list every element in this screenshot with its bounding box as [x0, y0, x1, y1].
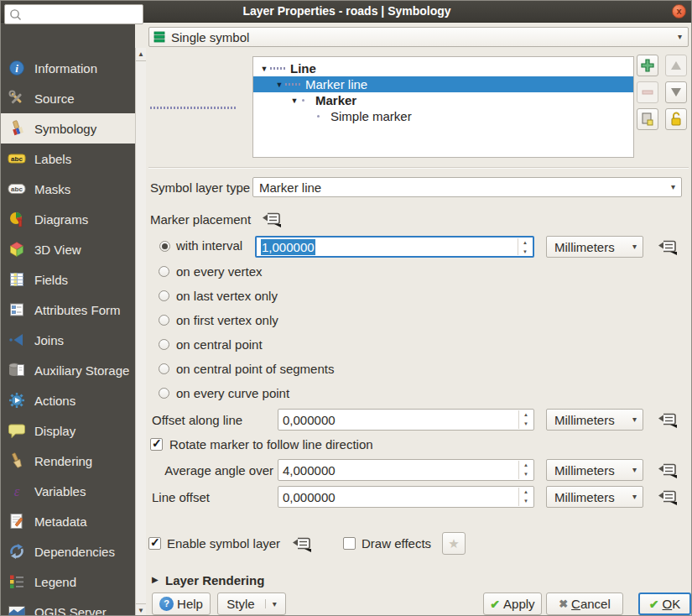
rotate-marker-label[interactable]: Rotate marker to follow line direction [169, 437, 373, 452]
sidebar-item-joins[interactable]: Joins [1, 325, 135, 355]
sidebar-item-qgis-server[interactable]: QGIS Server [1, 597, 135, 616]
sidebar-scrollbar[interactable]: ▲ ▼ [135, 48, 146, 616]
close-button[interactable]: x [672, 4, 686, 18]
sidebar-item-source[interactable]: Source [1, 83, 135, 113]
sidebar-item-actions[interactable]: Actions [1, 385, 135, 415]
sidebar-item-masks[interactable]: abcMasks [1, 174, 135, 204]
help-button[interactable]: ? Help [152, 593, 211, 615]
enable-data-defined-button[interactable] [291, 536, 313, 556]
radio-on-every-curve-point[interactable] [159, 388, 169, 399]
scrollbar-up-arrow-icon[interactable]: ▲ [136, 48, 146, 61]
spin-down-icon[interactable]: ▼ [519, 420, 533, 429]
search-input[interactable] [4, 4, 143, 24]
placement-option-label[interactable]: on central point [176, 337, 263, 352]
draw-effects-label[interactable]: Draw effects [362, 536, 431, 551]
expander-icon[interactable]: ▼ [258, 65, 270, 73]
symbol-tree-item-simple-marker[interactable]: Simple marker [253, 108, 633, 124]
sidebar-item-legend[interactable]: Legend [1, 566, 135, 597]
interval-data-defined-button[interactable] [657, 239, 679, 259]
ok-button[interactable]: ✔ OK [638, 593, 691, 615]
placement-option-label[interactable]: on central point of segments [176, 362, 334, 376]
sidebar-item-3d-view[interactable]: 3D View [1, 234, 135, 264]
sidebar-item-attributes-form[interactable]: Attributes Form [1, 295, 135, 325]
sidebar-item-symbology[interactable]: Symbology [1, 113, 135, 144]
sidebar-item-metadata[interactable]: Metadata [1, 506, 135, 536]
layer-rendering-header[interactable]: Layer Rendering [165, 573, 264, 587]
offset-data-defined-button[interactable] [657, 412, 679, 432]
draw-effects-checkbox[interactable] [343, 537, 356, 550]
add-symbol-layer-button[interactable] [637, 55, 658, 76]
move-up-button[interactable] [665, 55, 687, 76]
expander-icon[interactable]: ▼ [273, 81, 285, 89]
sidebar-item-rendering[interactable]: Rendering [1, 446, 135, 476]
spin-up-icon[interactable]: ▲ [519, 461, 533, 470]
line-offset-unit-combo[interactable]: Millimeters ▾ [546, 486, 643, 508]
offset-unit-combo[interactable]: Millimeters ▾ [546, 409, 643, 431]
line-offset-spinbox[interactable]: 0,000000 ▲ ▼ [278, 486, 534, 508]
line-offset-data-defined-button[interactable] [657, 489, 679, 509]
effects-options-button[interactable]: ★ [442, 532, 466, 555]
remove-symbol-layer-button[interactable] [637, 81, 658, 103]
sidebar-item-labels[interactable]: abcLabels [1, 144, 135, 174]
placement-option-label[interactable]: on every vertex [176, 264, 263, 279]
with-interval-label[interactable]: with interval [176, 238, 242, 253]
placement-option-label[interactable]: on every curve point [176, 386, 289, 400]
scrollbar-down-arrow-icon[interactable]: ▼ [136, 603, 146, 616]
sidebar-item-variables[interactable]: εVariables [1, 476, 135, 506]
radio-on-central-point[interactable] [159, 339, 169, 350]
enable-symbol-layer-checkbox[interactable] [148, 537, 161, 550]
sidebar-item-information[interactable]: iInformation [1, 53, 135, 83]
spin-down-icon[interactable]: ▼ [518, 248, 532, 257]
spin-down-icon[interactable]: ▼ [519, 497, 533, 506]
radio-on-last-vertex-only[interactable] [159, 290, 169, 301]
symbol-layer-type-label: Symbol layer type [150, 180, 250, 195]
average-angle-unit-combo[interactable]: Millimeters ▾ [546, 459, 643, 481]
symbol-tree-item-marker[interactable]: ▼Marker [253, 92, 633, 108]
spin-up-icon[interactable]: ▲ [518, 238, 532, 248]
radio-on-every-vertex[interactable] [159, 266, 169, 277]
radio-on-central-point-of-segments[interactable] [159, 363, 169, 374]
sidebar-item-fields[interactable]: Fields [1, 264, 135, 295]
sidebar-item-dependencies[interactable]: Dependencies [1, 536, 135, 566]
average-angle-data-defined-button[interactable] [657, 462, 679, 483]
style-button[interactable]: Style ▾ [217, 593, 286, 615]
sidebar-item-label: Legend [34, 575, 76, 589]
enable-symbol-layer-label[interactable]: Enable symbol layer [167, 536, 280, 551]
spin-up-icon[interactable]: ▲ [519, 410, 533, 420]
sidebar-item-label: 3D View [34, 243, 81, 257]
interval-spinbox[interactable]: 1,000000 ▲ ▼ [255, 236, 534, 258]
symbol-layer-type-combo[interactable]: Marker line ▾ [252, 177, 682, 197]
move-down-button[interactable] [665, 81, 687, 103]
sidebar-item-display[interactable]: Display [1, 415, 135, 446]
average-angle-spinbox[interactable]: 4,000000 ▲ ▼ [278, 459, 534, 481]
duplicate-symbol-layer-button[interactable] [637, 108, 658, 130]
interval-unit-combo[interactable]: Millimeters ▾ [546, 236, 643, 258]
sidebar: iInformationSourceSymbologyabcLabelsabcM… [1, 23, 135, 616]
sidebar-item-auxiliary-storage[interactable]: Auxiliary Storage [1, 355, 135, 385]
symbol-type-combo[interactable]: Single symbol ▾ [148, 27, 689, 47]
placement-option-label[interactable]: on last vertex only [176, 289, 278, 303]
offset-along-line-spinbox[interactable]: 0,000000 ▲ ▼ [278, 409, 534, 431]
placement-option-on-first-vertex-only: on first vertex only [159, 308, 427, 332]
sidebar-item-diagrams[interactable]: Diagrams [1, 204, 135, 234]
symbol-tree-item-marker-line[interactable]: ▼Marker line [253, 76, 633, 92]
apply-button[interactable]: ✔ Apply [483, 593, 542, 615]
lock-button[interactable] [665, 108, 687, 130]
spin-up-icon[interactable]: ▲ [519, 488, 533, 497]
dotted-line-icon [285, 83, 300, 86]
symbol-tree-item-line[interactable]: ▼Line [253, 60, 633, 76]
minus-icon [642, 89, 653, 96]
cancel-button[interactable]: ✖ Cancel [546, 593, 623, 615]
spin-down-icon[interactable]: ▼ [519, 470, 533, 479]
rotate-marker-checkbox[interactable] [150, 438, 163, 451]
radio-on-first-vertex-only[interactable] [159, 315, 169, 326]
placement-option-label[interactable]: on first vertex only [176, 313, 278, 327]
fields-icon [7, 270, 27, 289]
marker-placement-data-defined-button[interactable] [261, 211, 283, 232]
sidebar-item-label: Source [34, 91, 75, 106]
check-icon: ✔ [649, 598, 659, 611]
radio-with-interval[interactable] [159, 241, 170, 252]
tree-item-label: Line [290, 61, 316, 76]
expand-arrow-icon[interactable]: ▶ [152, 575, 159, 584]
expander-icon[interactable]: ▼ [289, 97, 300, 105]
